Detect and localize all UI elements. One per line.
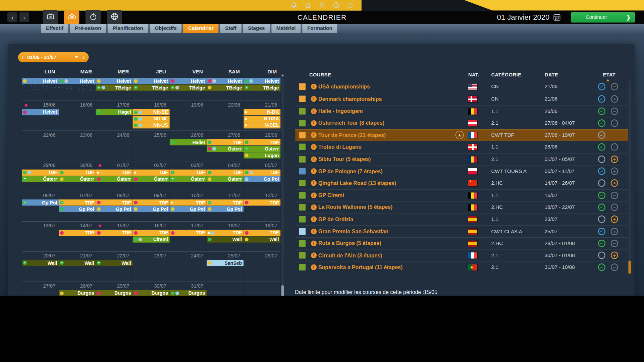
course-name[interactable]: Circuit de l'Ain (3 étapes) <box>318 252 382 258</box>
header-course[interactable]: COURSE <box>309 72 331 80</box>
status-check-green-icon[interactable]: ✓ <box>598 264 605 271</box>
status-minus-dim-icon[interactable]: − <box>611 119 618 127</box>
calendar-date[interactable]: 23/07 <box>133 253 166 258</box>
calendar-date[interactable]: 22/06 <box>22 132 55 138</box>
tab-calendrier[interactable]: Calendrier <box>183 24 218 33</box>
calendar-date[interactable]: 26/06 <box>170 132 203 138</box>
calendar-event-tdf[interactable]: TDF <box>96 230 132 236</box>
calendar-date[interactable]: 28/06 <box>244 132 277 138</box>
course-name[interactable]: Supervolta a Portugal (11 étapes) <box>318 264 402 270</box>
calendar-event--sterr[interactable]: Österr <box>207 176 244 182</box>
calendar-date[interactable]: 19/07 <box>244 223 277 228</box>
calendar-event-gp-pol[interactable]: −Gp Pol <box>22 199 59 205</box>
calendar-event-tdf[interactable]: −TDF <box>170 169 207 175</box>
calendar-date[interactable]: 26/07 <box>244 253 277 258</box>
course-row[interactable]: iLa Route Wallonne (5 étapes)2.HC18/07 -… <box>295 201 628 213</box>
calendar-scrollbar[interactable] <box>281 78 284 296</box>
calendar-date[interactable]: 11/07 <box>207 192 240 198</box>
status-plus-orange-icon[interactable]: + <box>611 216 618 223</box>
gear-icon[interactable] <box>319 2 326 9</box>
calendar-date[interactable]: 25/06 <box>133 132 166 138</box>
calendar-date[interactable]: 09/07 <box>133 192 166 198</box>
status-minus-dim-icon[interactable]: − <box>611 264 618 271</box>
calendar-date[interactable]: 28/07 <box>59 283 92 289</box>
info-icon[interactable]: i <box>311 108 317 114</box>
calendar-event-tbelge[interactable]: −TBelge <box>96 84 132 90</box>
course-name[interactable]: Sibiu Tour (5 étapes) <box>318 156 371 162</box>
calendar-event--sterr[interactable]: −Österr <box>244 146 280 152</box>
calendar-event-tdf[interactable]: TDF <box>133 199 170 205</box>
status-minus-dim-icon[interactable]: − <box>611 203 618 211</box>
calendar-event-sanseb[interactable]: SanSeb <box>207 260 244 266</box>
course-row[interactable]: iGP Ciremi1.116/07✓− <box>295 189 628 201</box>
calendar-date[interactable]: 04/07 <box>207 162 240 168</box>
status-minus-dim-icon[interactable]: − <box>611 240 618 247</box>
calendar-icon[interactable] <box>553 13 561 23</box>
course-name[interactable]: GP de Pologne (7 étapes) <box>318 168 383 174</box>
info-icon[interactable]: i <box>311 156 317 162</box>
info-icon[interactable]: i <box>311 240 317 246</box>
course-name[interactable]: Ruta a Burgos (5 étapes) <box>318 240 381 246</box>
calendar-event-tdf[interactable]: TDF <box>96 199 132 205</box>
course-name[interactable]: GP de Ordizia <box>318 216 353 222</box>
course-name[interactable]: Trofeo di Lugano <box>318 144 362 150</box>
course-name[interactable]: Halle - Ingooigem <box>318 108 363 114</box>
calendar-event-tdf[interactable]: −TDF <box>207 199 244 205</box>
calendar-event-tbelge[interactable]: −TBelge <box>170 84 207 90</box>
course-row[interactable]: iSupervolta a Portugal (11 étapes)2.131/… <box>295 261 628 273</box>
calendar-date[interactable]: 14/07 <box>59 223 92 228</box>
course-name[interactable]: Tour de France (21 étapes) <box>318 132 386 138</box>
calendar-event-gp-pol[interactable]: Gp Pol <box>244 176 280 182</box>
calendar-event-tdf[interactable]: −TDF <box>22 169 59 175</box>
status-minus-dim-icon[interactable]: − <box>611 107 618 115</box>
course-row[interactable]: iTrofeo di Lugano1.128/06✓− <box>295 141 628 153</box>
calendar-date[interactable]: 23/06 <box>59 132 92 138</box>
course-row[interactable]: iHalle - Ingooigem1.126/06✓− <box>295 105 628 117</box>
header-nat[interactable]: NAT. <box>468 72 479 80</box>
course-row[interactable]: iGP de Pologne (7 étapes)CWT TOURS A05/0… <box>295 165 628 177</box>
info-icon[interactable]: i <box>311 229 317 234</box>
info-icon[interactable]: i <box>311 96 317 102</box>
calendar-date[interactable]: 18/06 <box>133 102 166 108</box>
range-prev-icon[interactable]: ‹ <box>18 54 27 60</box>
calendar-event-burgos[interactable]: Burgos <box>59 290 96 296</box>
info-icon[interactable]: i <box>311 180 317 186</box>
tab-mat-riel[interactable]: Matériel <box>271 24 301 33</box>
range-next-icon[interactable]: › <box>78 54 89 60</box>
status-plus-orange-icon[interactable]: + <box>611 252 618 259</box>
calendar-event-ntt-us[interactable]: −Ntt-US <box>133 122 170 128</box>
course-name[interactable]: Denmark championships <box>318 96 382 102</box>
calendar-date[interactable]: 10/07 <box>170 192 203 198</box>
calendar-event-tdf[interactable]: −TDF <box>59 169 96 175</box>
tab-staff[interactable]: Staff <box>220 24 241 33</box>
tab-objectifs[interactable]: Objectifs <box>150 24 181 33</box>
calendar-event-burgos[interactable]: Burgos <box>96 290 132 296</box>
calendar-event-helvet[interactable]: Helvet <box>170 78 207 84</box>
course-row[interactable]: iGP de Ordizia1.123/07+ <box>295 213 628 225</box>
calendar-event-hagel[interactable]: −Hagel <box>96 109 132 115</box>
course-row[interactable]: iRuta a Burgos (5 étapes)2.HC28/07 - 01/… <box>295 237 628 249</box>
calendar-date[interactable]: 25/07 <box>207 253 240 258</box>
range-dropdown-icon[interactable] <box>74 56 78 58</box>
calendar-date[interactable]: 21/07 <box>59 253 92 258</box>
calendar-date[interactable]: 03/07 <box>170 162 203 168</box>
status-check-green-icon[interactable]: ✓ <box>598 119 605 127</box>
calendar-event-tdf[interactable]: TDF <box>133 169 170 175</box>
calendar-date[interactable]: 29/06 <box>22 162 55 168</box>
bell-icon[interactable] <box>290 2 298 9</box>
calendar-event-tdf[interactable]: TDF <box>207 230 244 236</box>
calendar-event-wall[interactable]: −Wall <box>96 260 132 266</box>
calendar-date[interactable]: 13/07 <box>22 223 55 228</box>
status-check-blue-icon[interactable]: ✓ <box>598 95 605 103</box>
calendar-event-wall[interactable]: −Wall <box>59 260 96 266</box>
calendar-event-wall[interactable]: −Wall <box>207 236 244 242</box>
status-check-green-icon[interactable]: ✓ <box>598 191 605 199</box>
header-etat[interactable]: ETAT <box>603 72 616 80</box>
calendar-event--sterr[interactable]: −Österr <box>22 176 59 182</box>
header-categorie[interactable]: CATÉGORIE <box>491 72 521 80</box>
calendar-event-gp-pol[interactable]: Gp Pol <box>207 206 244 212</box>
calendar-event-tdf[interactable]: TDF <box>244 199 280 205</box>
calendar-date[interactable]: 30/06 <box>59 162 92 168</box>
info-icon[interactable]: i <box>311 264 317 270</box>
date-range-selector[interactable]: ‹ 01/06 - 31/07 › <box>18 52 89 63</box>
